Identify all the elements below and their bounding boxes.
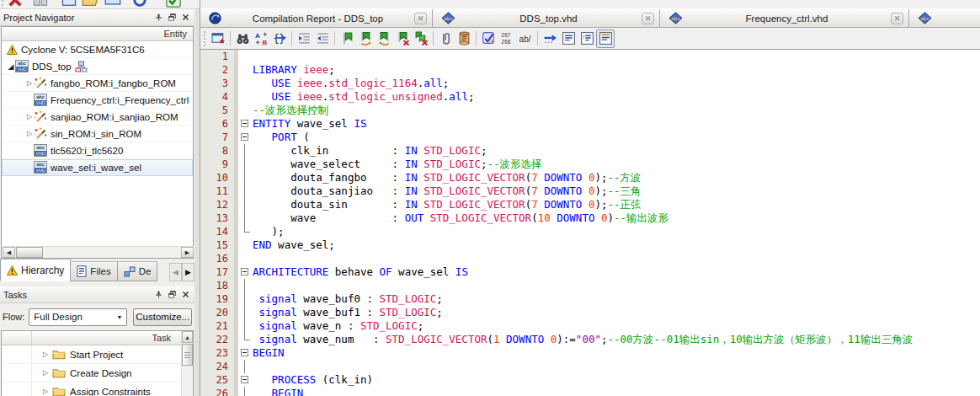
green-check-icon[interactable] bbox=[165, 0, 182, 8]
match-brace-icon[interactable]: {} bbox=[270, 29, 289, 48]
code-line-1[interactable] bbox=[253, 50, 980, 63]
attach-icon[interactable] bbox=[436, 29, 455, 48]
code-line-6[interactable]: ENTITY wave_sel IS bbox=[253, 117, 980, 131]
code-line-20[interactable]: signal wave_buf1 : STD_LOGIC; bbox=[253, 306, 980, 319]
code-line-15[interactable]: END wave_sel; bbox=[253, 238, 980, 252]
tree-item-sanjiao_rom[interactable]: ▷sanjiao_ROM:i_sanjiao_ROM bbox=[2, 109, 193, 126]
expand-arrow-icon[interactable]: ▷ bbox=[25, 130, 34, 137]
code-line-25[interactable]: PROCESS (clk_in) bbox=[253, 373, 980, 387]
expand-arrow-icon[interactable]: ▷ bbox=[40, 351, 51, 358]
scrollbar-thumb[interactable] bbox=[16, 247, 43, 258]
view-normal-icon[interactable] bbox=[559, 29, 578, 48]
editor-tab-compilation-report-dds-top[interactable]: Compilation Report - DDS_top✕ bbox=[200, 9, 433, 27]
pause-squares-icon[interactable] bbox=[32, 0, 49, 8]
red-x-icon[interactable] bbox=[7, 0, 24, 8]
tree-item-dds_top[interactable]: ◢abcVHDDDS_top bbox=[2, 58, 193, 75]
editor-tab-dds-top-vhd[interactable]: abcDDS_top.vhd✕ bbox=[433, 9, 660, 27]
line-numbers-icon[interactable]: 267268 bbox=[498, 29, 516, 48]
code-line-10[interactable]: douta_fangbo : IN STD_LOGIC_VECTOR(7 DOW… bbox=[253, 171, 980, 185]
tab-files[interactable]: Files bbox=[70, 261, 117, 281]
tab-de[interactable]: De bbox=[117, 261, 158, 281]
toolbar-grip[interactable] bbox=[2, 0, 3, 9]
fold-collapse-icon[interactable] bbox=[241, 376, 248, 383]
code-line-17[interactable]: ARCHITECTURE behave OF wave_sel IS bbox=[253, 265, 980, 279]
tab-scroll-right-icon[interactable]: ▶ bbox=[182, 263, 194, 281]
close-icon[interactable] bbox=[179, 289, 191, 300]
tab-scroll-left-icon[interactable]: ◀ bbox=[169, 263, 182, 281]
close-icon[interactable] bbox=[179, 12, 191, 23]
pin-icon[interactable] bbox=[152, 289, 164, 300]
task-row-assign-constraints[interactable]: ▷Assign Constraints bbox=[2, 383, 193, 396]
code-line-26[interactable]: BEGIN bbox=[253, 387, 980, 396]
task-vertical-scrollbar[interactable]: ▲ bbox=[181, 331, 193, 396]
tree-horizontal-scrollbar[interactable]: ◀ ▶ bbox=[3, 246, 194, 258]
scroll-right-icon[interactable]: ▶ bbox=[181, 247, 194, 258]
fold-collapse-icon[interactable] bbox=[241, 349, 248, 356]
code-line-19[interactable]: signal wave_buf0 : STD_LOGIC; bbox=[253, 292, 980, 306]
editor-tab-frequency-ctrl-vhd[interactable]: abcFrequency_ctrl.vhd✕ bbox=[660, 9, 909, 27]
expand-arrow-icon[interactable]: ▷ bbox=[25, 79, 34, 87]
code-line-23[interactable]: BEGIN bbox=[253, 346, 980, 360]
close-tab-icon[interactable]: ✕ bbox=[891, 13, 903, 24]
code-line-16[interactable] bbox=[253, 252, 980, 265]
scroll-left-icon[interactable]: ◀ bbox=[3, 247, 15, 258]
code-text[interactable]: LIBRARY ieee; USE ieee.std_logic_1164.al… bbox=[253, 50, 980, 396]
code-line-9[interactable]: wave_select : IN STD_LOGIC;--波形选择 bbox=[253, 158, 980, 171]
window-blue-icon[interactable] bbox=[61, 0, 77, 8]
indent-icon[interactable] bbox=[295, 29, 313, 48]
previous-bookmark-icon[interactable] bbox=[375, 29, 393, 48]
task-row-start-project[interactable]: ▷Start Project bbox=[2, 345, 193, 364]
code-editor[interactable]: 1234567891011121314151617181920212223242… bbox=[200, 50, 980, 396]
code-line-22[interactable]: signal wave_num : STD_LOGIC_VECTOR(1 DOW… bbox=[253, 333, 980, 346]
expand-arrow-icon[interactable]: ▷ bbox=[40, 369, 51, 377]
tree-item-tlc5620[interactable]: abcVHDtlc5620:i_tlc5620 bbox=[2, 142, 193, 159]
toggle-bookmark-icon[interactable] bbox=[338, 29, 356, 48]
editor-tab-partial[interactable]: abc bbox=[909, 9, 980, 27]
fold-collapse-icon[interactable] bbox=[241, 268, 248, 276]
analyze-file-icon[interactable] bbox=[479, 29, 498, 48]
unindent-icon[interactable] bbox=[313, 29, 332, 48]
code-line-4[interactable]: USE ieee.std_logic_unsigned.all; bbox=[253, 90, 980, 104]
replace-icon[interactable]: AB bbox=[252, 29, 270, 48]
goto-icon[interactable] bbox=[541, 29, 559, 48]
editor-template-icon[interactable] bbox=[209, 29, 227, 48]
float-icon[interactable] bbox=[166, 289, 178, 300]
tree-item-fangbo_rom[interactable]: ▷fangbo_ROM:i_fangbo_ROM bbox=[2, 75, 193, 92]
tcl-script-icon[interactable] bbox=[455, 29, 473, 48]
fold-collapse-icon[interactable] bbox=[241, 120, 248, 127]
scrollbar-thumb[interactable] bbox=[182, 344, 193, 366]
pin-icon[interactable] bbox=[152, 12, 164, 23]
code-line-14[interactable]: ); bbox=[253, 225, 980, 238]
code-line-7[interactable]: PORT ( bbox=[253, 131, 980, 144]
tab-hierarchy[interactable]: Hierarchy bbox=[0, 259, 71, 281]
flow-select[interactable]: Full Design ▼ bbox=[29, 308, 127, 326]
code-line-24[interactable] bbox=[253, 360, 980, 373]
code-line-3[interactable]: USE ieee.std_logic_1164.all; bbox=[253, 77, 980, 90]
entity-tree[interactable]: Entity Cyclone V: 5CSEMA5F31C6◢abcVHDDDS… bbox=[1, 26, 194, 259]
expand-arrow-icon[interactable]: ▷ bbox=[25, 113, 34, 120]
expand-arrow-icon[interactable]: ▷ bbox=[40, 388, 51, 395]
toolbar-grip[interactable] bbox=[204, 31, 205, 46]
find-icon[interactable] bbox=[233, 29, 252, 48]
code-line-13[interactable]: wave : OUT STD_LOGIC_VECTOR(10 DOWNTO 0)… bbox=[253, 211, 980, 225]
open-folder-icon[interactable] bbox=[82, 0, 99, 8]
ruler-icon[interactable] bbox=[104, 0, 121, 8]
view-outline-icon[interactable]: ? bbox=[578, 29, 596, 48]
task-table[interactable]: Task ▷Start Project▷Create Design▷Assign… bbox=[1, 330, 194, 396]
code-line-2[interactable]: LIBRARY ieee; bbox=[253, 63, 980, 77]
code-line-18[interactable] bbox=[253, 279, 980, 292]
tree-item-cyclone v[interactable]: Cyclone V: 5CSEMA5F31C6 bbox=[2, 41, 193, 58]
code-line-11[interactable]: douta_sanjiao : IN STD_LOGIC_VECTOR(7 DO… bbox=[253, 185, 980, 198]
tree-item-sin_rom[interactable]: ▷sin_ROM:i_sin_ROM bbox=[2, 126, 193, 142]
code-line-8[interactable]: clk_in : IN STD_LOGIC; bbox=[253, 144, 980, 158]
view-split-icon[interactable] bbox=[596, 29, 615, 48]
clear-all-bookmarks-icon[interactable] bbox=[412, 29, 430, 48]
fold-collapse-icon[interactable] bbox=[241, 133, 248, 141]
entity-column-header[interactable]: Entity bbox=[2, 27, 193, 41]
clear-bookmark-icon[interactable] bbox=[393, 29, 412, 48]
close-tab-icon[interactable]: ✕ bbox=[642, 13, 654, 24]
customize-button[interactable]: Customize... bbox=[133, 308, 192, 326]
float-icon[interactable] bbox=[166, 12, 178, 23]
next-bookmark-icon[interactable] bbox=[356, 29, 375, 48]
refresh-icon[interactable] bbox=[131, 0, 148, 8]
